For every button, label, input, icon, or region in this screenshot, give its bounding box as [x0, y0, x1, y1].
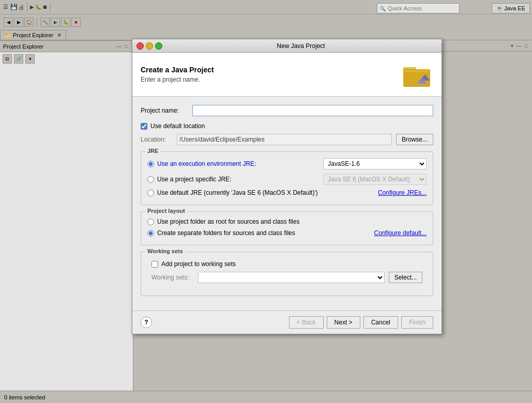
- jre-option3-radio[interactable]: [147, 190, 154, 196]
- layout-option1-label: Use project folder as root for sources a…: [157, 218, 427, 225]
- back-button[interactable]: < Back: [289, 316, 324, 329]
- jre-option1-radio[interactable]: [147, 161, 154, 167]
- working-sets-select[interactable]: [198, 272, 385, 283]
- folder-svg-icon: [402, 59, 433, 90]
- jre-group-content: Use an execution environment JRE: JavaSE…: [147, 156, 427, 196]
- jre-option2-radio[interactable]: [147, 176, 154, 183]
- project-layout-content: Use project folder as root for sources a…: [147, 216, 427, 237]
- select-working-sets-button[interactable]: Select...: [389, 272, 422, 283]
- dialog-form: Project name: Use default location Locat…: [132, 97, 442, 311]
- layout-option1-radio[interactable]: [147, 219, 154, 225]
- dialog-header-text: Create a Java Project Enter a project na…: [141, 66, 214, 83]
- layout-option2-row: Create separate folders for sources and …: [147, 229, 427, 237]
- new-java-project-dialog: New Java Project Create a Java Project E…: [132, 39, 442, 334]
- browse-button[interactable]: Browse...: [396, 134, 433, 145]
- project-layout-group: Project layout Use project folder as roo…: [141, 211, 433, 245]
- dialog-subtitle: Enter a project name.: [141, 76, 214, 83]
- next-button[interactable]: Next >: [327, 316, 360, 329]
- project-layout-title: Project layout: [145, 208, 187, 214]
- working-sets-select-row: Working sets: Select...: [151, 272, 422, 283]
- jre-option1-select[interactable]: JavaSE-1.6: [323, 158, 427, 169]
- jre-option2-row: Use a project specific JRE: Java SE 6 (M…: [147, 174, 427, 185]
- jre-option3-align: Use default JRE (currently 'Java SE 6 (M…: [147, 189, 427, 196]
- dialog-minimize-button[interactable]: [146, 42, 153, 50]
- layout-option2-radio[interactable]: [147, 230, 154, 237]
- dialog-title: New Java Project: [164, 42, 437, 50]
- jre-option3-label: Use default JRE (currently 'Java SE 6 (M…: [157, 189, 378, 196]
- jre-group-title: JRE: [145, 148, 160, 154]
- jre-group: JRE Use an execution environment JRE: Ja…: [141, 151, 433, 205]
- dialog-titlebar: New Java Project: [132, 39, 442, 53]
- jre-option2-align: Use a project specific JRE: Java SE 6 (M…: [147, 174, 427, 185]
- add-to-working-sets-row: Add project to working sets: [151, 260, 422, 268]
- working-sets-content: Add project to working sets Working sets…: [147, 256, 427, 291]
- layout-option2-label: Create separate folders for sources and …: [157, 229, 374, 237]
- jre-option1-align: Use an execution environment JRE: JavaSE…: [147, 158, 427, 169]
- location-input[interactable]: [177, 134, 392, 145]
- working-sets-title: Working sets: [145, 248, 185, 254]
- jre-option3-row: Use default JRE (currently 'Java SE 6 (M…: [147, 189, 427, 196]
- dialog-main-title: Create a Java Project: [141, 66, 214, 74]
- layout-option2-align: Create separate folders for sources and …: [147, 229, 427, 237]
- dialog-header: Create a Java Project Enter a project na…: [132, 53, 442, 97]
- dialog-maximize-button[interactable]: [155, 42, 162, 50]
- location-label: Location:: [141, 136, 177, 143]
- use-default-location-label: Use default location: [150, 122, 205, 130]
- jre-option2-label: Use a project specific JRE:: [157, 176, 319, 183]
- cancel-button[interactable]: Cancel: [363, 316, 398, 329]
- location-row: Location: Browse...: [141, 134, 433, 145]
- jre-option2-select[interactable]: Java SE 6 (MacOS X Default): [323, 174, 427, 185]
- dialog-footer: ? < Back Next > Cancel Finish: [132, 311, 442, 334]
- finish-button[interactable]: Finish: [401, 316, 433, 329]
- add-to-working-sets-checkbox[interactable]: [151, 261, 158, 268]
- working-sets-label: Working sets:: [151, 274, 198, 281]
- project-name-input[interactable]: [192, 105, 433, 116]
- project-name-label: Project name:: [141, 107, 192, 114]
- add-to-working-sets-label: Add project to working sets: [161, 260, 236, 268]
- working-sets-group: Working sets Add project to working sets…: [141, 252, 433, 296]
- dialog-close-button[interactable]: [136, 42, 144, 50]
- configure-default-link[interactable]: Configure default...: [374, 229, 427, 237]
- modal-overlay: New Java Project Create a Java Project E…: [0, 0, 532, 403]
- default-location-row: Use default location: [141, 122, 433, 130]
- jre-option1-row: Use an execution environment JRE: JavaSE…: [147, 158, 427, 169]
- use-default-location-checkbox[interactable]: [141, 123, 147, 130]
- jre-option1-label: Use an execution environment JRE:: [157, 160, 319, 167]
- help-button[interactable]: ?: [141, 317, 152, 328]
- project-name-row: Project name:: [141, 105, 433, 116]
- configure-jres-link[interactable]: Configure JREs...: [378, 189, 427, 196]
- dialog-header-icon: [402, 59, 433, 90]
- svg-rect-3: [404, 70, 429, 72]
- layout-option1-row: Use project folder as root for sources a…: [147, 218, 427, 225]
